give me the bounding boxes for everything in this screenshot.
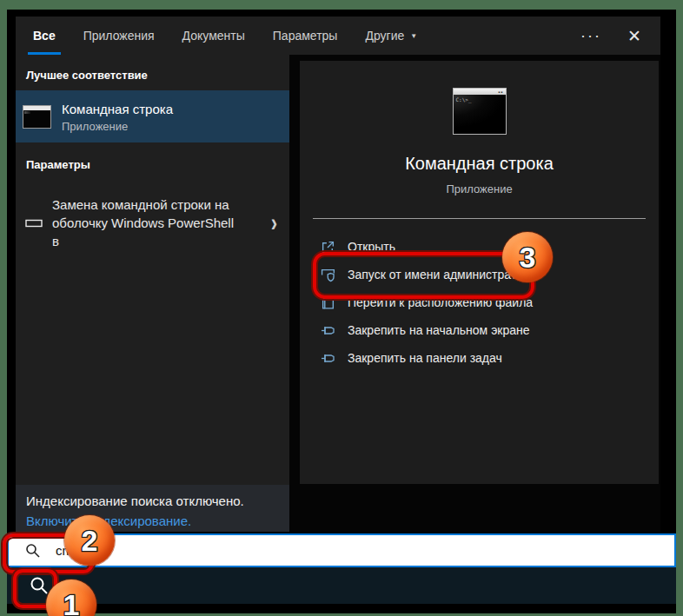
- action-pin-to-start-label: Закрепить на начальном экране: [348, 323, 530, 337]
- file-location-icon: [320, 295, 336, 311]
- action-pin-to-taskbar[interactable]: Закрепить на панели задач: [300, 344, 659, 372]
- settings-window-icon: [24, 216, 43, 230]
- cmd-icon-prompt-text: C:\>_: [456, 96, 472, 103]
- close-icon[interactable]: ✕: [627, 26, 641, 46]
- indexing-status-strip: Индексирование поиска отключено. Включит…: [16, 485, 289, 532]
- preview-panel: ▪▪ C:\>_ Командная строка Приложение Отк…: [300, 61, 659, 484]
- preview-title: Командная строка: [300, 154, 659, 174]
- settings-result-replace-cmd-powershell[interactable]: Замена командной строки на оболочку Wind…: [16, 189, 289, 257]
- chevron-down-icon: ▼: [410, 32, 417, 40]
- action-pin-to-start[interactable]: Закрепить на начальном экране: [300, 316, 659, 344]
- taskbar: [7, 567, 676, 604]
- settings-results-header: Параметры: [16, 142, 289, 180]
- action-open-file-location-label: Перейти к расположению файла: [348, 295, 533, 309]
- tab-settings[interactable]: Параметры: [273, 17, 338, 55]
- action-run-as-admin-label: Запуск от имени администратора: [348, 268, 536, 282]
- action-open[interactable]: Открыть: [300, 233, 659, 261]
- search-icon: [25, 543, 41, 559]
- settings-result-line1: Замена командной строки на: [52, 195, 242, 214]
- tab-more[interactable]: Другие ▼: [365, 17, 417, 55]
- taskbar-search-button[interactable]: [22, 571, 56, 600]
- search-filter-tabbar: Все Приложения Документы Параметры Други…: [16, 17, 660, 55]
- action-run-as-admin[interactable]: Запуск от имени администратора: [300, 261, 659, 288]
- ellipsis-menu-icon[interactable]: ···: [580, 27, 601, 45]
- search-flyout-window: Все Приложения Документы Параметры Други…: [16, 17, 660, 532]
- pin-icon: [320, 322, 336, 339]
- tabbar-controls: ··· ✕: [580, 26, 660, 46]
- best-match-subtitle: Приложение: [62, 120, 173, 133]
- search-bar: [7, 533, 676, 567]
- chevron-right-icon: ›: [271, 210, 277, 236]
- cmd-app-icon-large: ▪▪ C:\>_: [453, 88, 507, 135]
- tab-documents-label: Документы: [182, 29, 245, 43]
- admin-shield-icon: [320, 267, 336, 283]
- action-pin-to-taskbar-label: Закрепить на панели задач: [348, 351, 502, 365]
- tab-apps[interactable]: Приложения: [83, 17, 155, 55]
- tab-all-label: Все: [33, 29, 56, 43]
- tab-all[interactable]: Все: [33, 17, 56, 55]
- best-match-header: Лучшее соответствие: [16, 55, 289, 90]
- enable-indexing-link[interactable]: Включите индексирование.: [26, 511, 289, 532]
- best-match-texts: Командная строка Приложение: [62, 101, 173, 133]
- search-input[interactable]: [54, 542, 613, 559]
- settings-result-line2: оболочку Windows PowerShell в: [52, 214, 242, 250]
- best-match-result-cmd[interactable]: Командная строка Приложение: [16, 90, 289, 142]
- tab-apps-label: Приложения: [83, 29, 155, 43]
- settings-result-label: Замена командной строки на оболочку Wind…: [52, 195, 242, 250]
- cmd-app-icon: [23, 105, 51, 129]
- preview-divider: [313, 218, 646, 219]
- results-panel: Лучшее соответствие Командная строка При…: [16, 55, 289, 485]
- screenshot-stage: Все Приложения Документы Параметры Други…: [0, 0, 683, 616]
- action-open-label: Открыть: [348, 240, 395, 254]
- preview-subtitle: Приложение: [300, 182, 659, 195]
- context-actions: Открыть Запуск от имени администратора: [300, 233, 659, 372]
- tab-documents[interactable]: Документы: [182, 17, 245, 55]
- tab-settings-label: Параметры: [273, 29, 338, 43]
- tab-more-label: Другие: [365, 29, 404, 43]
- action-open-file-location[interactable]: Перейти к расположению файла: [300, 288, 659, 316]
- indexing-status-text: Индексирование поиска отключено.: [26, 492, 289, 511]
- best-match-title: Командная строка: [62, 101, 173, 117]
- pin-icon: [320, 350, 336, 367]
- search-icon: [29, 575, 50, 596]
- open-icon: [320, 239, 336, 255]
